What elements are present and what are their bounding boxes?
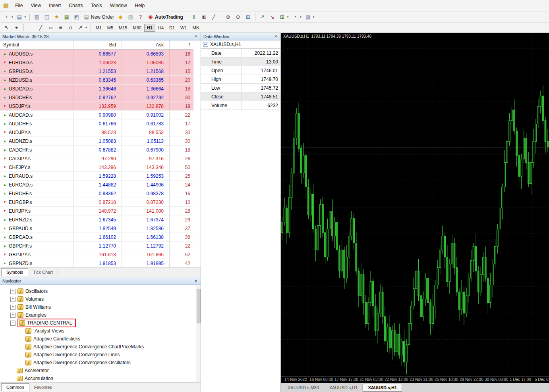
equidistant-channel-button[interactable]: ▱: [46, 23, 55, 32]
market-watch-row-gbpcad-s[interactable]: ▲GBPCAD.s1.661021.6613836: [0, 233, 193, 242]
chart-tab-xauusd-s-h1[interactable]: XAUUSD.s,H1: [324, 384, 363, 392]
tile-windows-button[interactable]: ⊞: [244, 13, 253, 21]
chart-tab-xauusd-s-m30[interactable]: XAUUSD.s,M30: [282, 384, 324, 392]
menu-file[interactable]: File: [11, 1, 27, 10]
market-watch-row-chfjpy-s[interactable]: ▼CHFJPY.s143.296143.34650: [0, 163, 193, 172]
menu-tools[interactable]: Tools: [87, 1, 106, 10]
expand-icon[interactable]: +: [10, 305, 15, 310]
market-watch-row-audnzd-s[interactable]: ▲AUDNZD.s1.050831.0511330: [0, 137, 193, 146]
arrows-button[interactable]: ↗▾: [76, 23, 88, 32]
collapse-icon[interactable]: −: [10, 321, 15, 326]
market-watch-row-eurcad-s[interactable]: ▲EURCAD.s1.448821.4490624: [0, 181, 193, 189]
strategy-tester-button[interactable]: ◩: [72, 13, 81, 21]
new-chart-button[interactable]: +▾: [2, 13, 14, 21]
templates-button[interactable]: ▨▾: [303, 13, 316, 21]
market-watch-row-nzdusd-s[interactable]: ▲NZDUSD.s0.633450.6336520: [0, 76, 193, 85]
periods-button[interactable]: ◔▾: [290, 13, 303, 21]
data-window-button[interactable]: ◫: [42, 13, 51, 21]
navigator-item-adaptive-divergence-convergence-oscillators[interactable]: ƒAdaptive Divergence Convergence Oscilla…: [0, 359, 201, 367]
terminal-button[interactable]: ▦: [62, 13, 71, 21]
timeframe-m1[interactable]: M1: [93, 24, 104, 32]
market-watch-row-eurchf-s[interactable]: ▲EURCHF.s0.983620.9837816: [0, 189, 193, 198]
navigator-item-trading-central[interactable]: −ƒTRADING CENTRAL: [0, 319, 201, 327]
navigator-item-volumes[interactable]: +ƒVolumes: [0, 295, 201, 303]
zoom-in-button[interactable]: ⊕: [224, 13, 233, 21]
expand-icon[interactable]: +: [10, 297, 15, 302]
timeframe-m5[interactable]: M5: [104, 24, 116, 32]
column-header-symbol[interactable]: Symbol: [0, 40, 73, 49]
profiles-button[interactable]: ▤▾: [15, 13, 27, 21]
styler-button[interactable]: ▧: [126, 13, 135, 21]
menu-help[interactable]: Help: [131, 1, 149, 10]
crosshair-button[interactable]: +: [12, 23, 21, 32]
market-watch-tab-tick-chart[interactable]: Tick Chart: [28, 269, 58, 276]
bar-chart-button[interactable]: |||: [189, 13, 199, 21]
timeframe-m15[interactable]: M15: [116, 24, 130, 32]
close-icon[interactable]: ✕: [193, 35, 198, 38]
price-chart[interactable]: XAUUSD.s,H1 1793.11 1794.39 1793.11 1793…: [281, 33, 549, 376]
chart-tab-xauusd-s-h1[interactable]: XAUUSD.s,H1: [363, 384, 402, 392]
navigator-item-adaptive-divergence-convergence-chartpricemarks[interactable]: ƒAdaptive Divergence Convergence ChartPr…: [0, 343, 201, 351]
market-watch-row-gbpaud-s[interactable]: ▲GBPAUD.s1.825491.8258637: [0, 224, 193, 233]
market-watch-row-eurnzd-s[interactable]: ▲EURNZD.s1.673451.6737429: [0, 215, 193, 224]
market-watch-row-euraud-s[interactable]: ▲EURAUD.s1.592281.5925325: [0, 172, 193, 181]
market-watch-row-eurjpy-s[interactable]: ▼EURJPY.s140.972141.00028: [0, 207, 193, 215]
candlestick-chart-button[interactable]: ▮▯: [199, 13, 209, 21]
menu-charts[interactable]: Charts: [65, 1, 87, 10]
navigator-tab-common[interactable]: Common: [1, 383, 29, 391]
menu-view[interactable]: View: [27, 1, 45, 10]
text-button[interactable]: A: [66, 23, 75, 32]
navigator-item-analyst-views[interactable]: ƒ.Analyst Views: [0, 327, 201, 335]
market-watch-row-audusd-s[interactable]: ▲AUDUSD.s0.665770.6659316: [0, 50, 193, 58]
navigator-scrollbar[interactable]: [196, 285, 201, 382]
market-watch-row-eurgbp-s[interactable]: ▼EURGBP.s0.872180.8723012: [0, 198, 193, 207]
data-window-titlebar[interactable]: Data Window ✕: [201, 33, 280, 40]
market-watch-row-cadchf-s[interactable]: ▲CADCHF.s0.678820.6790018: [0, 146, 193, 154]
expand-icon[interactable]: +: [10, 289, 15, 294]
column-header-spread[interactable]: !: [170, 40, 193, 49]
scrollbar-thumb[interactable]: [197, 289, 201, 323]
cursor-button[interactable]: ↖: [2, 23, 11, 32]
navigator-button[interactable]: ★: [52, 13, 61, 21]
market-watch-row-audchf-s[interactable]: ▲AUDCHF.s0.617660.6178317: [0, 119, 193, 128]
market-watch-row-usdjpy-s[interactable]: ▼USDJPY.s132.959132.97819: [0, 102, 193, 111]
indicators-up-button[interactable]: ↗: [258, 13, 267, 21]
autotrading-button[interactable]: ◉AutoTrading: [146, 13, 184, 21]
navigator-item-accumulation[interactable]: ƒAccumulation: [0, 375, 201, 382]
column-header-ask[interactable]: Ask: [122, 40, 170, 49]
horizontal-line-button[interactable]: ―: [26, 23, 35, 32]
navigator-titlebar[interactable]: Navigator ✕: [0, 277, 201, 285]
timeframe-h4[interactable]: H4: [155, 24, 166, 32]
market-watch-row-gbpjpy-s[interactable]: ▼GBPJPY.s161.613161.66552: [0, 250, 193, 259]
menu-window[interactable]: Window: [106, 1, 131, 10]
market-watch-titlebar[interactable]: Market Watch: 09:15:23 ✕: [0, 33, 201, 40]
navigator-item-adaptive-candlesticks[interactable]: ƒAdaptive Candlesticks: [0, 335, 201, 343]
menu-insert[interactable]: Insert: [45, 1, 65, 10]
timeframe-d1[interactable]: D1: [166, 24, 178, 32]
market-watch-row-usdchf-s[interactable]: ▲USDCHF.s0.927620.9279230: [0, 93, 193, 102]
market-watch-row-cadjpy-s[interactable]: ▼CADJPY.s97.29097.31626: [0, 154, 193, 163]
timeframe-m30[interactable]: M30: [130, 24, 144, 32]
line-chart-button[interactable]: ╱: [209, 13, 218, 21]
navigator-item-oscillators[interactable]: +ƒOscillators: [0, 287, 201, 295]
market-watch-row-eurusd-s[interactable]: ▼EURUSD.s1.060231.0603512: [0, 58, 193, 67]
indicators-down-button[interactable]: ↘: [268, 13, 277, 21]
market-watch-row-gbpnzd-s[interactable]: ▲GBPNZD.s1.918531.9189542: [0, 259, 193, 267]
close-icon[interactable]: ✕: [273, 35, 278, 38]
close-icon[interactable]: ✕: [193, 279, 198, 283]
help-button[interactable]: ?: [136, 13, 145, 21]
market-watch-row-audjpy-s[interactable]: ▼AUDJPY.s88.52388.55330: [0, 128, 193, 137]
market-watch-row-gbpchf-s[interactable]: ▲GBPCHF.s1.127701.1279222: [0, 242, 193, 250]
fibonacci-button[interactable]: ≡: [56, 23, 65, 32]
add-indicator-button[interactable]: ⊞▾: [278, 13, 290, 21]
navigator-tab-favorites[interactable]: Favorites: [29, 384, 57, 391]
expand-icon[interactable]: +: [10, 313, 15, 318]
trendline-button[interactable]: ╱: [36, 23, 45, 32]
timeframe-h1[interactable]: H1: [144, 24, 155, 32]
timeframe-w1[interactable]: W1: [178, 24, 190, 32]
zoom-out-button[interactable]: ⊖: [234, 13, 243, 21]
new-order-button[interactable]: ▤New Order: [82, 13, 115, 21]
candlestick-chart[interactable]: [281, 33, 549, 376]
market-watch-row-gbpusd-s[interactable]: ▲GBPUSD.s1.215531.2156815: [0, 67, 193, 76]
navigator-item-adaptive-divergence-convergence-lines[interactable]: ƒAdaptive Divergence Convergence Lines: [0, 351, 201, 359]
